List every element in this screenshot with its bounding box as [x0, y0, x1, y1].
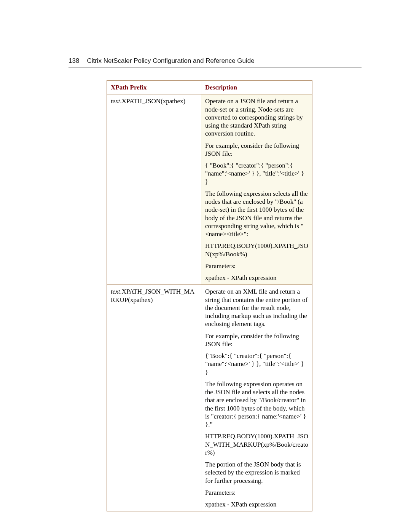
description-cell: Operate on an XML file and return a stri… — [201, 285, 312, 511]
desc-para: xpathex - XPath expression — [205, 274, 308, 282]
prefix-text: .XPATH_JSON_WITH_MARKUP(xpathex) — [111, 288, 194, 303]
desc-para: xpathex - XPath expression — [205, 500, 308, 508]
desc-para: Operate on a JSON file and return a node… — [205, 97, 308, 137]
page-header: 138 Citrix NetScaler Policy Configuratio… — [68, 57, 362, 65]
desc-para: The following expression operates on the… — [205, 380, 308, 429]
desc-para: The portion of the JSON body that is sel… — [205, 460, 308, 485]
table-row: text.XPATH_JSON(xpathex) Operate on a JS… — [107, 94, 312, 285]
desc-para: { "Book":{ "creator":{ "person":{ "name"… — [205, 161, 308, 186]
col-header-description: Description — [201, 81, 312, 94]
prefix-italic-text: text — [111, 288, 120, 295]
reference-table-wrap: XPath Prefix Description text.XPATH_JSON… — [107, 80, 362, 511]
description-cell: Operate on a JSON file and return a node… — [201, 94, 312, 285]
desc-para: Parameters: — [205, 489, 308, 497]
desc-para: Operate on an XML file and return a stri… — [205, 288, 308, 328]
page-number: 138 — [68, 57, 79, 65]
desc-para: Parameters: — [205, 262, 308, 270]
desc-para: For example, consider the following JSON… — [205, 142, 308, 158]
prefix-italic-text: text — [111, 97, 120, 105]
prefix-cell: text.XPATH_JSON_WITH_MARKUP(xpathex) — [107, 285, 201, 511]
desc-para: For example, consider the following JSON… — [205, 332, 308, 348]
col-header-prefix: XPath Prefix — [107, 81, 201, 94]
prefix-cell: text.XPATH_JSON(xpathex) — [107, 94, 201, 285]
header-rule — [68, 67, 362, 67]
desc-para: HTTP.REQ.BODY(1000).XPATH_JSON_WITH_MARK… — [205, 432, 308, 457]
desc-para: The following expression selects all the… — [205, 190, 308, 238]
table-header-row: XPath Prefix Description — [107, 81, 312, 94]
document-page: 138 Citrix NetScaler Policy Configuratio… — [0, 0, 411, 532]
desc-para: HTTP.REQ.BODY(1000).XPATH_JSON(xp%/Book%… — [205, 242, 308, 258]
doc-title: Citrix NetScaler Policy Configuration an… — [87, 57, 254, 65]
prefix-text: .XPATH_JSON(xpathex) — [120, 97, 186, 105]
desc-para: {"Book":{ "creator":{ "person":{ "name":… — [205, 352, 308, 376]
table-row: text.XPATH_JSON_WITH_MARKUP(xpathex) Ope… — [107, 285, 312, 511]
xpath-reference-table: XPath Prefix Description text.XPATH_JSON… — [107, 80, 312, 511]
